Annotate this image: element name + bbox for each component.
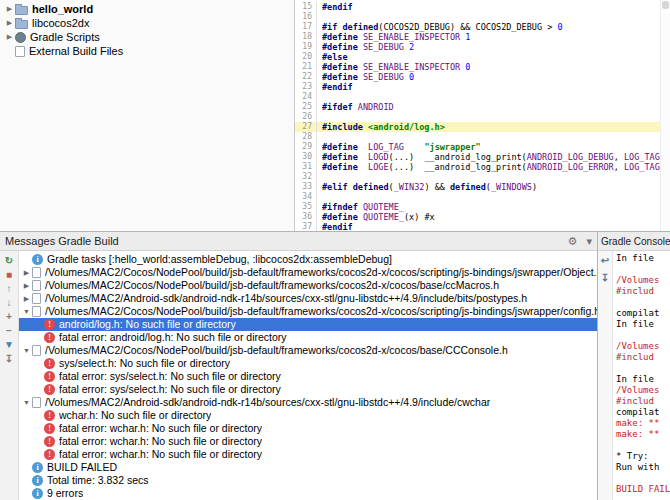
project-tree-item-gradle-scripts[interactable]: ▶Gradle Scripts <box>0 30 294 44</box>
scroll-to-end-icon[interactable]: ↧ <box>598 271 613 284</box>
line-number[interactable]: 18 <box>295 32 317 42</box>
line-number[interactable]: 32 <box>295 172 317 182</box>
line-number[interactable]: 35 <box>295 202 317 212</box>
build-message-row[interactable]: !wchar.h: No such file or directory <box>19 409 597 422</box>
project-tree-item-libcocos2dx[interactable]: ▶libcocos2dx <box>0 16 294 30</box>
editor-scrollbar-thumb[interactable] <box>662 1 669 9</box>
build-message-row[interactable]: ▶/Volumes/MAC2/Android-sdk/android-ndk-r… <box>19 292 597 305</box>
line-number[interactable]: 25 <box>295 102 317 112</box>
code-line-37[interactable]: 37#endif <box>295 222 670 231</box>
line-number[interactable]: 37 <box>295 222 317 231</box>
build-message-row[interactable]: !fatal error: android/log.h: No such fil… <box>19 331 597 344</box>
line-number[interactable]: 21 <box>295 62 317 72</box>
console-line: BUILD FAIL <box>616 484 670 495</box>
hide-panel-icon[interactable]: ▾ <box>586 232 592 250</box>
code-line-31[interactable]: 31#define LOGE(...) __android_log_print(… <box>295 162 670 172</box>
gear-icon[interactable]: ⚙ <box>568 232 578 250</box>
next-message-icon[interactable]: ↓ <box>1 296 17 309</box>
project-tree-item-hello-world[interactable]: ▶hello_world <box>0 2 294 16</box>
expander-icon[interactable]: ▶ <box>21 279 32 292</box>
code-line-17[interactable]: 17#if defined(COCOS2D_DEBUG) && COCOS2D_… <box>295 22 670 32</box>
build-message-row[interactable]: !fatal error: wchar.h: No such file or d… <box>19 422 597 435</box>
expander-icon[interactable]: ▼ <box>21 344 32 357</box>
expander-icon[interactable]: ▶ <box>4 16 15 30</box>
build-message-row[interactable]: i9 errors <box>19 487 597 500</box>
line-number[interactable]: 15 <box>295 2 317 12</box>
build-message-row[interactable]: iTotal time: 3.832 secs <box>19 474 597 487</box>
hide-warnings-icon[interactable]: ▼ <box>1 338 17 351</box>
code-line-32[interactable]: 32 <box>295 172 670 182</box>
line-number[interactable]: 19 <box>295 42 317 52</box>
line-number[interactable]: 30 <box>295 152 317 162</box>
code-line-33[interactable]: 33#elif defined(_WIN32) && defined(_WIND… <box>295 182 670 192</box>
line-number[interactable]: 23 <box>295 82 317 92</box>
rerun-icon[interactable]: ↻ <box>1 254 17 267</box>
build-message-row[interactable]: !android/log.h: No such file or director… <box>19 318 597 331</box>
code-line-30[interactable]: 30#define LOGD(...) __android_log_print(… <box>295 152 670 162</box>
build-message-row[interactable]: ▶/Volumes/MAC2/Cocos/NodePool/build/jsb-… <box>19 279 597 292</box>
expander-icon[interactable]: ▶ <box>4 30 15 44</box>
export-icon[interactable]: ↧ <box>1 352 17 365</box>
line-number[interactable]: 34 <box>295 192 317 202</box>
code-line-24[interactable]: 24 <box>295 92 670 102</box>
build-message-row[interactable]: !sys/select.h: No such file or directory <box>19 357 597 370</box>
code-line-34[interactable]: 34 <box>295 192 670 202</box>
editor-scrollbar[interactable] <box>660 0 670 231</box>
previous-message-icon[interactable]: ↑ <box>1 282 17 295</box>
code-editor[interactable]: 15#endif1617#if defined(COCOS2D_DEBUG) &… <box>295 0 670 231</box>
line-number[interactable]: 26 <box>295 112 317 122</box>
code-line-18[interactable]: 18#define SE_ENABLE_INSPECTOR 1 <box>295 32 670 42</box>
line-number[interactable]: 33 <box>295 182 317 192</box>
expander-icon[interactable]: ▶ <box>4 2 15 16</box>
code-line-27[interactable]: 27#include <android/log.h> <box>295 122 670 132</box>
line-number[interactable]: 27 <box>295 122 317 132</box>
line-number[interactable]: 31 <box>295 162 317 172</box>
build-message-row[interactable]: iBUILD FAILED <box>19 461 597 474</box>
code-line-25[interactable]: 25#ifdef ANDROID <box>295 102 670 112</box>
build-message-row[interactable]: ▼/Volumes/MAC2/Cocos/NodePool/build/jsb-… <box>19 344 597 357</box>
code-line-28[interactable]: 28 <box>295 132 670 142</box>
code-text: #endif <box>322 2 353 12</box>
build-message-row[interactable]: !fatal error: wchar.h: No such file or d… <box>19 435 597 448</box>
expander-icon[interactable]: ▶ <box>21 292 32 305</box>
expander-icon[interactable]: ▼ <box>21 305 32 318</box>
line-number[interactable]: 17 <box>295 22 317 32</box>
project-tree-item-external-build-files[interactable]: External Build Files <box>0 44 294 58</box>
console-line: #includ <box>616 396 670 407</box>
line-number[interactable]: 16 <box>295 12 317 22</box>
line-number[interactable]: 29 <box>295 142 317 152</box>
collapse-all-icon[interactable]: − <box>1 324 17 337</box>
expander-icon[interactable]: ▼ <box>21 396 32 409</box>
code-text: #elif defined(_WIN32) && defined(_WINDOW… <box>322 182 537 192</box>
code-line-20[interactable]: 20#else <box>295 52 670 62</box>
stop-icon[interactable]: ■ <box>1 268 17 281</box>
code-line-19[interactable]: 19#define SE_DEBUG 2 <box>295 42 670 52</box>
code-line-26[interactable]: 26 <box>295 112 670 122</box>
build-message-row[interactable]: iGradle tasks [:hello_world:assembleDebu… <box>19 253 597 266</box>
code-line-16[interactable]: 16 <box>295 12 670 22</box>
build-message-row[interactable]: !fatal error: wchar.h: No such file or d… <box>19 448 597 461</box>
line-number[interactable]: 28 <box>295 132 317 142</box>
code-text: #if defined(COCOS2D_DEBUG) && COCOS2D_DE… <box>322 22 563 32</box>
soft-wrap-icon[interactable]: ↩ <box>598 254 613 267</box>
build-message-row[interactable]: ▼/Volumes/MAC2/Android-sdk/android-ndk-r… <box>19 396 597 409</box>
console-line: In file <box>616 319 670 330</box>
build-message-row[interactable]: !fatal error: sys/select.h: No such file… <box>19 370 597 383</box>
line-number[interactable]: 22 <box>295 72 317 82</box>
code-line-29[interactable]: 29#define LOG_TAG "jswrapper" <box>295 142 670 152</box>
code-line-36[interactable]: 36#define QUOTEME_(x) #x <box>295 212 670 222</box>
line-number[interactable]: 36 <box>295 212 317 222</box>
build-message-row[interactable]: ▶/Volumes/MAC2/Cocos/NodePool/build/jsb-… <box>19 266 597 279</box>
build-message-row[interactable]: ▼/Volumes/MAC2/Cocos/NodePool/build/jsb-… <box>19 305 597 318</box>
code-line-21[interactable]: 21#define SE_ENABLE_INSPECTOR 0 <box>295 62 670 72</box>
code-line-35[interactable]: 35#ifndef QUOTEME_ <box>295 202 670 212</box>
build-message-text: /Volumes/MAC2/Cocos/NodePool/build/jsb-d… <box>45 266 597 279</box>
line-number[interactable]: 24 <box>295 92 317 102</box>
code-line-15[interactable]: 15#endif <box>295 2 670 12</box>
code-line-23[interactable]: 23#endif <box>295 82 670 92</box>
code-line-22[interactable]: 22#define SE_DEBUG 0 <box>295 72 670 82</box>
line-number[interactable]: 20 <box>295 52 317 62</box>
expand-all-icon[interactable]: + <box>1 310 17 323</box>
expander-icon[interactable]: ▶ <box>21 266 32 279</box>
build-message-row[interactable]: !fatal error: sys/select.h: No such file… <box>19 383 597 396</box>
